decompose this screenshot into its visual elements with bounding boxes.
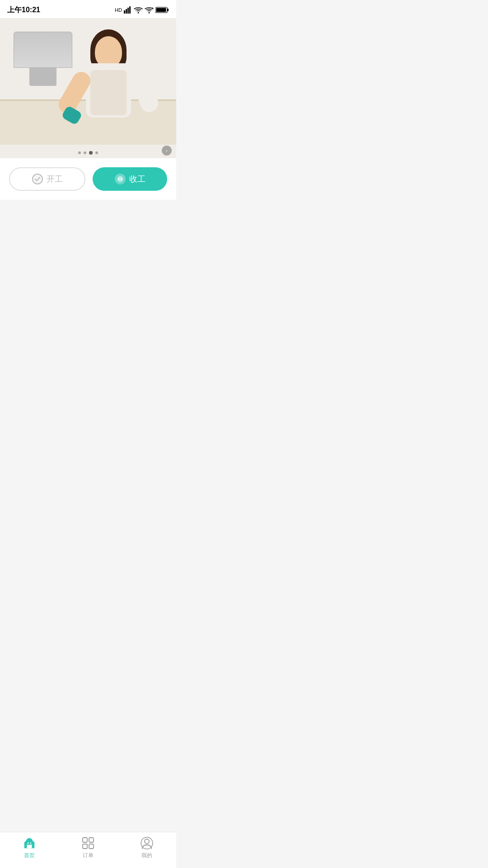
carousel-dot-2 [84,151,86,154]
svg-rect-6 [167,9,169,11]
carousel-dot-4 [95,151,98,154]
signal-bars-icon [124,6,132,14]
carousel-dot-3 [89,151,93,155]
hero-banner: › [0,18,176,158]
main-content [0,200,176,471]
end-work-label: 收工 [129,174,145,184]
start-work-button[interactable]: 开工 [9,167,85,191]
battery-icon [155,6,169,14]
svg-rect-2 [127,8,129,14]
wifi-alt-icon [145,7,154,14]
status-bar: 上午10:21 HD [0,0,176,18]
end-work-button[interactable]: 收工 [93,167,167,191]
carousel-dots [78,151,98,155]
status-icons: HD [115,6,169,14]
start-work-icon [32,174,43,184]
svg-rect-1 [126,9,127,14]
signal-text: HD [115,7,122,13]
wifi-icon [134,7,143,14]
woman-figure [59,29,158,147]
svg-rect-3 [129,6,131,14]
start-work-label: 开工 [47,174,63,184]
status-time: 上午10:21 [7,5,40,15]
end-work-icon [115,174,126,184]
carousel-next-arrow[interactable]: › [162,146,172,156]
svg-rect-0 [124,10,125,14]
carousel-dot-1 [78,151,81,154]
svg-rect-7 [156,8,166,12]
action-area: 开工 收工 [0,158,176,200]
